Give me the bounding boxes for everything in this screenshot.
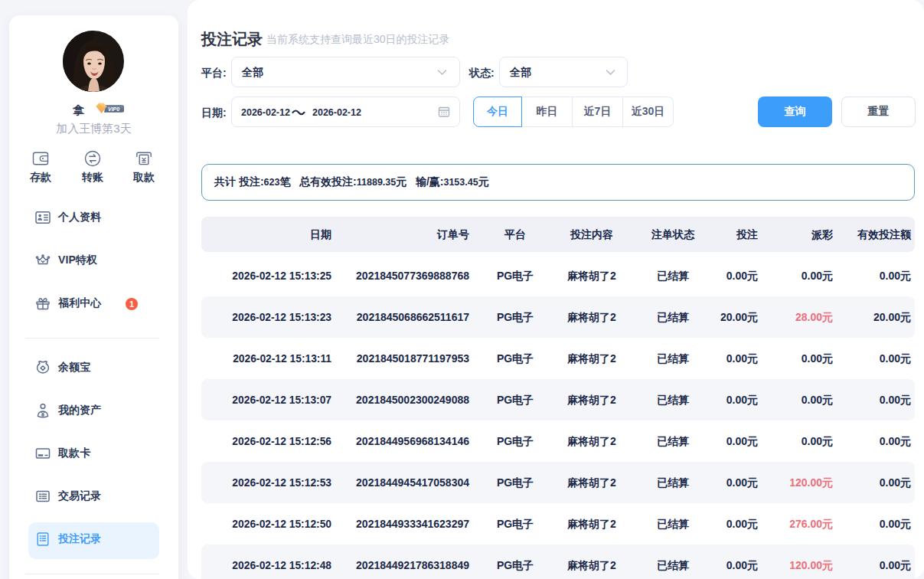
svg-text:VIP0: VIP0 xyxy=(108,106,119,112)
